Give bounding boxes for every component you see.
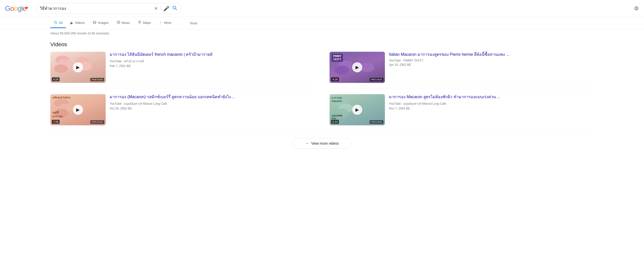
- video-date-3: Oct 28, 2562 BE: [110, 107, 314, 110]
- video-preview-1: PREVIEW: [90, 78, 104, 81]
- svg-line-3: [56, 23, 57, 24]
- video-thumb-1[interactable]: ▶ 4:24 PREVIEW: [50, 52, 106, 83]
- video-duration-3: 7:06: [52, 120, 60, 124]
- tab-all-label: All: [59, 21, 62, 25]
- maps-tab-icon: [138, 21, 141, 25]
- tools-button[interactable]: Tools: [186, 19, 201, 28]
- videos-grid: ▶ 4:24 PREVIEW มาการอง ไส้ฮันนีบัตเตอร์ …: [50, 52, 594, 130]
- tab-news-label: News: [122, 21, 130, 25]
- results-count: About 58,600,000 results (0.48 seconds): [0, 29, 644, 37]
- video-date-1: Feb 7, 2561 BE: [110, 64, 314, 68]
- logo-o1: o: [10, 5, 14, 13]
- video-item-3: เคล็ดลับทำไม่ม้วน เบอร์รี่มาการอง ▶ 7:06…: [50, 94, 314, 130]
- search-icon[interactable]: [172, 5, 177, 12]
- tab-maps[interactable]: Maps: [134, 18, 154, 28]
- video-date-2: Apr 19, 2562 BE: [389, 63, 594, 67]
- clear-icon[interactable]: ✕: [154, 6, 158, 11]
- tab-videos[interactable]: ▶ Videos: [67, 18, 88, 28]
- video-duration-2: 4:28: [331, 77, 339, 81]
- svg-point-9: [139, 22, 140, 22]
- video-preview-3: PREVIEW: [90, 120, 104, 124]
- svg-rect-6: [117, 21, 120, 23]
- tab-images-label: Images: [98, 21, 109, 25]
- videos-section-title: Videos: [50, 41, 594, 48]
- arrow-right-icon: →: [305, 141, 309, 145]
- video-preview-4: PREVIEW: [370, 120, 383, 124]
- microphone-icon[interactable]: 🎤: [163, 6, 170, 12]
- video-source-2: YouTube · PIMMY TASTY: [389, 59, 594, 62]
- settings-icon[interactable]: ⚙: [634, 5, 639, 12]
- main-content: Videos ▶ 4:24 PREVIEW มาการอง ไส้ฮันนีบั…: [0, 37, 644, 158]
- logo-g: G: [5, 5, 10, 13]
- video-source-3: YouTube · มนุษย์ลุงคาเฟ่ Manud Lung Cafe: [110, 101, 314, 106]
- search-input[interactable]: วิธีทำมาการอง: [40, 6, 152, 11]
- header: Google♥ วิธีทำมาการอง ✕ 🎤 ⚙: [0, 0, 644, 17]
- video-item-2: PIMMYTASTY ▶ 4:28 PREVIEW Italian Macaro…: [330, 52, 594, 88]
- play-button-3[interactable]: ▶: [73, 105, 83, 115]
- news-tab-icon: [117, 21, 120, 25]
- images-tab-icon: [93, 21, 96, 25]
- play-button-1[interactable]: ▶: [73, 62, 83, 72]
- video-title-3[interactable]: มาการอง (Macaron) รสมิกซ์เบอร์รี่ สูตรหว…: [110, 94, 314, 100]
- logo-o2: o: [14, 5, 18, 13]
- video-thumb-3[interactable]: เคล็ดลับทำไม่ม้วน เบอร์รี่มาการอง ▶ 7:06…: [50, 94, 106, 125]
- divider: [160, 6, 161, 12]
- video-date-4: Nov 7, 2562 BE: [389, 107, 594, 110]
- tab-all[interactable]: All: [50, 18, 66, 28]
- tab-news[interactable]: News: [113, 18, 134, 28]
- pimmy-badge: PIMMYTASTY: [332, 54, 343, 62]
- tab-more[interactable]: ⋮ More: [155, 18, 175, 28]
- search-bar: วิธีทำมาการอง ✕ 🎤: [35, 3, 181, 14]
- more-tab-icon: ⋮: [159, 21, 163, 25]
- tab-more-label: More: [164, 21, 172, 25]
- logo-g2: g: [18, 5, 21, 13]
- tools-label: Tools: [190, 21, 197, 25]
- video-tab-icon: ▶: [70, 21, 73, 25]
- tab-images[interactable]: Images: [89, 18, 112, 28]
- video-duration-4: 6:24: [331, 120, 339, 124]
- view-more-label: View more videos: [311, 141, 339, 145]
- video-info-4: มาการอง Macaron สูตรไม่ต้องพักผิว ทำมากา…: [389, 94, 594, 110]
- play-button-4[interactable]: ▶: [352, 105, 362, 115]
- video-source-4: YouTube · มนุษย์ลุงคาเฟ่ Manud Lung Cafe: [389, 101, 594, 106]
- svg-line-1: [176, 9, 177, 10]
- svg-point-5: [94, 22, 94, 22]
- google-logo[interactable]: Google♥: [5, 5, 28, 13]
- heart-icon: ♥: [25, 5, 28, 11]
- nav-tabs: All ▶ Videos Images News: [0, 17, 644, 29]
- view-more-container: → View more videos: [50, 133, 594, 154]
- video-title-4[interactable]: มาการอง Macaron สูตรไม่ต้องพักผิว ทำมากา…: [389, 94, 594, 100]
- video-item-1: ▶ 4:24 PREVIEW มาการอง ไส้ฮันนีบัตเตอร์ …: [50, 52, 314, 88]
- video-title-1[interactable]: มาการอง ไส้ฮันนีบัตเตอร์ french macaron …: [110, 52, 314, 57]
- play-button-2[interactable]: ▶: [352, 62, 362, 72]
- video-duration-1: 4:24: [52, 77, 60, 81]
- video-info-2: Italian Macaron มาการองสูตรของ Pierre he…: [389, 52, 594, 67]
- view-more-videos-button[interactable]: → View more videos: [292, 138, 352, 149]
- tab-videos-label: Videos: [75, 21, 85, 25]
- video-title-2[interactable]: Italian Macaron มาการองสูตรของ Pierre he…: [389, 52, 594, 57]
- search-tab-icon: [54, 21, 57, 25]
- video-thumb-2[interactable]: PIMMYTASTY ▶ 4:28 PREVIEW: [330, 52, 385, 83]
- video-item-4: มาการองmacaron บอกเทคนิคด่วน ▶ 6:24 PREV…: [330, 94, 594, 130]
- video-info-1: มาการอง ไส้ฮันนีบัตเตอร์ french macaron …: [110, 52, 314, 68]
- video-info-3: มาการอง (Macaron) รสมิกซ์เบอร์รี่ สูตรหว…: [110, 94, 314, 110]
- video-thumb-4[interactable]: มาการองmacaron บอกเทคนิคด่วน ▶ 6:24 PREV…: [330, 94, 385, 125]
- tab-maps-label: Maps: [143, 21, 151, 25]
- video-source-1: YouTube · ครัวป้ามารายห์: [110, 59, 314, 64]
- video-preview-2: PREVIEW: [370, 78, 383, 81]
